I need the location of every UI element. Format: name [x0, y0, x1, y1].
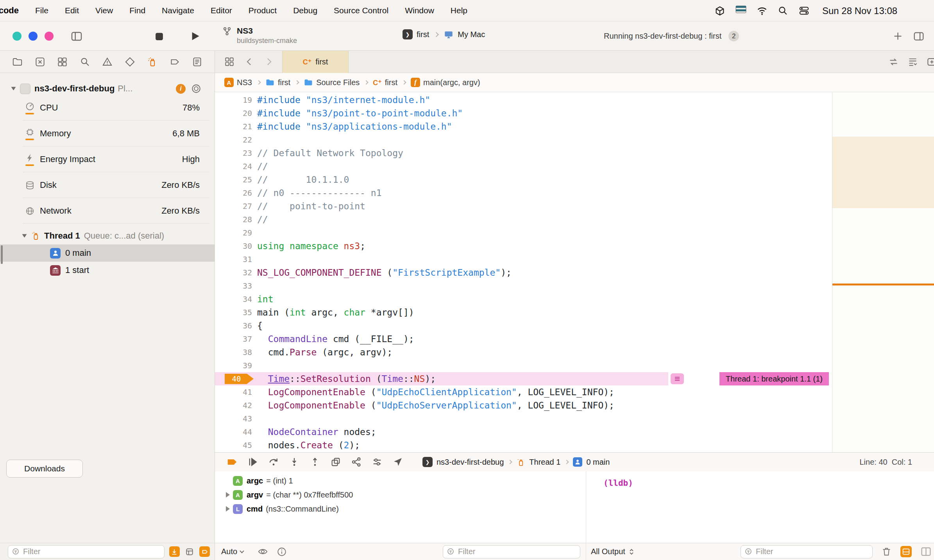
menu-item-edit[interactable]: Edit: [65, 6, 79, 15]
line-number[interactable]: 19: [215, 95, 252, 105]
input-source-flag-icon[interactable]: [735, 5, 746, 16]
code-text[interactable]: #include "ns3/point-to-point-module.h": [257, 108, 463, 118]
line-number[interactable]: 37: [215, 334, 252, 344]
debug-crumb-thread[interactable]: Thread 1: [529, 458, 560, 467]
line-number[interactable]: 35: [215, 308, 252, 317]
code-text[interactable]: // n0 -------------- n1: [257, 188, 382, 198]
tab-first[interactable]: first: [282, 51, 349, 73]
stack-frame-main[interactable]: 0 main: [0, 244, 215, 262]
code-text[interactable]: {: [257, 321, 263, 331]
debug-crumb-frame[interactable]: 0 main: [586, 458, 610, 467]
code-text[interactable]: using namespace ns3;: [257, 241, 365, 251]
line-number[interactable]: 20: [215, 109, 252, 118]
line-number[interactable]: 24: [215, 162, 252, 171]
line-number[interactable]: 39: [215, 361, 252, 370]
code-text[interactable]: #include "ns3/applications-module.h": [257, 121, 452, 132]
console-filter-input[interactable]: Filter: [741, 545, 873, 558]
line-number[interactable]: 29: [215, 228, 252, 237]
line-number[interactable]: 28: [215, 215, 252, 224]
breakpoint-actions-icon[interactable]: [671, 373, 684, 384]
minimap[interactable]: [832, 92, 934, 452]
variable-row-argc[interactable]: A argc = (int) 1: [215, 474, 586, 488]
view-hierarchy-button[interactable]: [329, 456, 342, 468]
continue-button[interactable]: [247, 456, 259, 468]
view-mode-icon[interactable]: [191, 84, 201, 94]
breadcrumb-project[interactable]: NS3: [224, 78, 252, 87]
gauge-row-cpu[interactable]: CPU 78%: [0, 95, 215, 121]
breakpoint-annotation[interactable]: Thread 1: breakpoint 1.1 (1): [719, 372, 829, 385]
output-mode-selector[interactable]: All Output: [591, 547, 635, 556]
menu-item-view[interactable]: View: [95, 6, 113, 15]
line-number[interactable]: 33: [215, 281, 252, 291]
menu-item-find[interactable]: Find: [129, 6, 145, 15]
process-row[interactable]: ns3-dev-first-debug Pl...: [0, 81, 215, 96]
code-text[interactable]: nodes.Create (2);: [257, 440, 360, 450]
project-navigator-button[interactable]: [11, 55, 24, 68]
issues-count-badge[interactable]: 2: [728, 31, 739, 41]
control-center-icon[interactable]: [799, 5, 810, 16]
report-navigator-button[interactable]: [191, 55, 204, 68]
menu-item-debug[interactable]: Debug: [293, 6, 317, 15]
breadcrumb-file[interactable]: first: [373, 78, 397, 87]
line-number[interactable]: 31: [215, 255, 252, 264]
code-text[interactable]: // point-to-point: [257, 201, 365, 211]
code-text[interactable]: cmd.Parse (argc, argv);: [257, 347, 392, 357]
editor-layout-button[interactable]: [907, 57, 918, 67]
line-number[interactable]: 34: [215, 294, 252, 304]
window-zoom-button[interactable]: [45, 32, 54, 41]
stack-frame-start[interactable]: 1 start: [0, 262, 215, 279]
code-text[interactable]: //: [257, 161, 268, 171]
menu-item-navigate[interactable]: Navigate: [162, 6, 194, 15]
variables-scope-selector[interactable]: Auto: [221, 547, 243, 556]
menu-item-editor[interactable]: Editor: [211, 6, 232, 15]
symbol-navigator-button[interactable]: [56, 55, 69, 68]
cube-icon[interactable]: [714, 5, 725, 16]
console-pane-toggle-button[interactable]: [900, 546, 912, 557]
disclosure-triangle-icon[interactable]: [223, 492, 233, 498]
breadcrumb-function[interactable]: main(argc, argv): [411, 78, 480, 87]
variables-pane-toggle-button[interactable]: [920, 546, 932, 557]
process-info-icon[interactable]: [176, 84, 186, 94]
variable-row-argv[interactable]: A argv = (char **) 0x7ffeefbff500: [215, 488, 586, 502]
code-text[interactable]: // Default Network Topology: [257, 148, 403, 158]
line-number[interactable]: 30: [215, 241, 252, 251]
line-number[interactable]: 38: [215, 348, 252, 357]
clear-console-button[interactable]: [881, 546, 892, 557]
line-number[interactable]: 40: [215, 374, 252, 384]
breadcrumb-group-first[interactable]: first: [265, 78, 290, 87]
back-button[interactable]: [245, 57, 254, 66]
scheme-name[interactable]: first: [417, 30, 429, 39]
code-text[interactable]: NodeContainer nodes;: [257, 427, 376, 437]
line-number[interactable]: 41: [215, 387, 252, 397]
step-over-button[interactable]: [267, 456, 280, 468]
line-number[interactable]: 25: [215, 175, 252, 184]
code-text[interactable]: //: [257, 214, 268, 225]
navigator-filter-input[interactable]: Filter: [8, 545, 165, 558]
wifi-icon[interactable]: [757, 5, 768, 16]
debug-navigator-button[interactable]: [146, 55, 159, 68]
variable-row-cmd[interactable]: L cmd (ns3::CommandLine): [215, 502, 586, 516]
quick-look-eye-button[interactable]: [258, 546, 268, 557]
line-number[interactable]: 26: [215, 188, 252, 198]
code-text[interactable]: int: [257, 294, 274, 304]
line-number[interactable]: 23: [215, 148, 252, 158]
line-number[interactable]: 27: [215, 202, 252, 211]
stop-button[interactable]: [154, 32, 164, 41]
line-number[interactable]: 45: [215, 441, 252, 450]
code-text[interactable]: LogComponentEnable ("UdpEchoClientApplic…: [257, 387, 614, 397]
line-number[interactable]: 42: [215, 401, 252, 410]
inspector-toggle-button[interactable]: [913, 30, 925, 42]
code-text[interactable]: main (int argc, char *argv[]): [257, 307, 414, 317]
thread-row[interactable]: Thread 1 Queue: c...ad (serial): [0, 227, 215, 244]
line-number[interactable]: 22: [215, 135, 252, 144]
memory-graph-button[interactable]: [350, 456, 363, 468]
menu-clock[interactable]: Sun 28 Nov 13:08: [822, 5, 897, 16]
destination-name[interactable]: My Mac: [458, 30, 485, 39]
window-minimize-button[interactable]: [29, 32, 38, 41]
find-navigator-button[interactable]: [78, 55, 91, 68]
gauge-row-energy[interactable]: Energy Impact High: [0, 146, 215, 172]
step-out-button[interactable]: [309, 456, 321, 468]
breakpoint-navigator-button[interactable]: [168, 55, 181, 68]
gauge-row-disk[interactable]: Disk Zero KB/s: [0, 172, 215, 198]
breakpoint-marker[interactable]: 40: [225, 374, 254, 384]
